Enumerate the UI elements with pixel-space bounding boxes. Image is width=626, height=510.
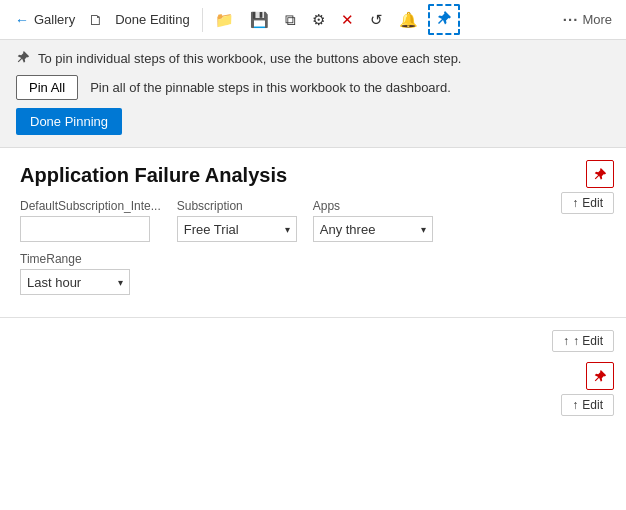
pin-all-button[interactable]: Pin All [16, 75, 78, 100]
time-range-label: TimeRange [20, 252, 130, 266]
section-edit-button-1[interactable]: ↑ Edit [561, 192, 614, 214]
pin-icon [436, 10, 452, 29]
section-lower-edit-button-2[interactable]: ↑ Edit [561, 394, 614, 416]
more-dots-icon: ··· [563, 11, 579, 28]
section-pin-button-1[interactable] [586, 160, 614, 188]
settings-button[interactable]: ⚙ [306, 7, 331, 33]
pin-all-description: Pin all of the pinnable steps in this wo… [90, 80, 451, 95]
back-arrow-icon: ← [14, 12, 30, 28]
folder-icon: 📁 [215, 11, 234, 29]
field-time-range: TimeRange Last hour ▾ [20, 252, 130, 295]
form-row-2: TimeRange Last hour ▾ [20, 252, 606, 295]
copy-button[interactable]: ⧉ [279, 7, 302, 33]
refresh-button[interactable]: ↺ [364, 7, 389, 33]
close-button[interactable]: ✕ [335, 7, 360, 33]
done-pinning-button[interactable]: Done Pinning [16, 108, 122, 135]
save-icon: 💾 [250, 11, 269, 29]
section-lower-edit-button-1[interactable]: ↑ ↑ Edit [552, 330, 614, 352]
alert-button[interactable]: 🔔 [393, 7, 424, 33]
subscription-inte-label: DefaultSubscription_Inte... [20, 199, 161, 213]
pin-banner: To pin individual steps of this workbook… [0, 40, 626, 148]
apps-select[interactable]: Any three ▾ [313, 216, 433, 242]
edit-label-1: Edit [582, 196, 603, 210]
edit-up-arrow-icon-3: ↑ [572, 398, 578, 412]
toolbar: ← Gallery 🗋 Done Editing 📁 💾 ⧉ ⚙ ✕ ↺ 🔔 ·… [0, 0, 626, 40]
gear-icon: ⚙ [312, 11, 325, 29]
back-gallery-button[interactable]: ← Gallery [8, 8, 81, 32]
close-icon: ✕ [341, 11, 354, 29]
section-app-failure: ↑ Edit Application Failure Analysis Defa… [0, 148, 626, 318]
subscription-label: Subscription [177, 199, 297, 213]
apps-label: Apps [313, 199, 433, 213]
edit-up-arrow-icon-2: ↑ [563, 334, 569, 348]
subscription-chevron-icon: ▾ [285, 224, 290, 235]
time-range-chevron-icon: ▾ [118, 277, 123, 288]
separator-1 [202, 8, 203, 32]
field-subscription-inte: DefaultSubscription_Inte... [20, 199, 161, 242]
folder-button[interactable]: 📁 [209, 7, 240, 33]
pin-small-icon [16, 50, 30, 67]
edit-label-2: ↑ Edit [573, 334, 603, 348]
section-title-1: Application Failure Analysis [20, 164, 606, 187]
pin-banner-actions: Pin All Pin all of the pinnable steps in… [16, 75, 610, 100]
subscription-value: Free Trial [184, 222, 239, 237]
subscription-inte-input[interactable] [20, 216, 150, 242]
page-icon: 🗋 [87, 12, 103, 28]
bell-icon: 🔔 [399, 11, 418, 29]
gallery-label: Gallery [34, 12, 75, 27]
more-button[interactable]: ··· More [557, 7, 618, 32]
main-content: ↑ Edit Application Failure Analysis Defa… [0, 148, 626, 508]
done-editing-button[interactable]: Done Editing [109, 8, 195, 31]
pin-banner-instruction: To pin individual steps of this workbook… [38, 51, 461, 66]
save-button[interactable]: 💾 [244, 7, 275, 33]
apps-value: Any three [320, 222, 376, 237]
form-row-1: DefaultSubscription_Inte... Subscription… [20, 199, 606, 242]
edit-up-arrow-icon-1: ↑ [572, 196, 578, 210]
field-subscription: Subscription Free Trial ▾ [177, 199, 297, 242]
time-range-select[interactable]: Last hour ▾ [20, 269, 130, 295]
pin-active-button[interactable] [428, 4, 460, 35]
section-lower: ↑ ↑ Edit ↑ Edit [0, 318, 626, 418]
pin-banner-instruction-row: To pin individual steps of this workbook… [16, 50, 610, 67]
field-apps: Apps Any three ▾ [313, 199, 433, 242]
edit-label-3: Edit [582, 398, 603, 412]
time-range-value: Last hour [27, 275, 81, 290]
more-label: More [582, 12, 612, 27]
apps-chevron-icon: ▾ [421, 224, 426, 235]
section-pin-button-2[interactable] [586, 362, 614, 390]
refresh-icon: ↺ [370, 11, 383, 29]
copy-icon: ⧉ [285, 11, 296, 29]
subscription-select[interactable]: Free Trial ▾ [177, 216, 297, 242]
done-editing-label: Done Editing [115, 12, 189, 27]
